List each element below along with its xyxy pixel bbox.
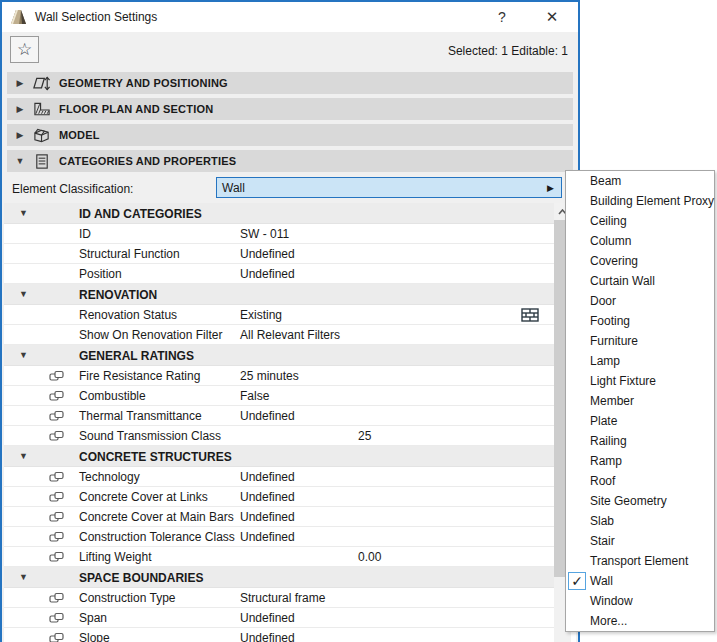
property-row[interactable]: Thermal TransmittanceUndefined bbox=[4, 406, 554, 426]
flyout-item-covering[interactable]: Covering bbox=[566, 251, 714, 271]
property-row[interactable]: Fire Resistance Rating25 minutes bbox=[4, 366, 554, 386]
property-value[interactable]: Undefined bbox=[240, 611, 295, 625]
flyout-item-label: Plate bbox=[590, 414, 617, 428]
property-value[interactable]: Undefined bbox=[240, 267, 295, 281]
property-name: Concrete Cover at Links bbox=[79, 490, 208, 504]
wall-tool-icon bbox=[10, 9, 27, 25]
section-bar-floor-plan-and-section[interactable]: ▶FLOOR PLAN AND SECTION bbox=[7, 98, 573, 120]
property-row[interactable]: Structural FunctionUndefined bbox=[4, 244, 554, 264]
property-value[interactable]: Undefined bbox=[240, 510, 295, 524]
property-row[interactable]: TechnologyUndefined bbox=[4, 467, 554, 487]
property-group-row[interactable]: ▼ID AND CATEGORIES bbox=[4, 203, 554, 224]
property-value[interactable]: 0.00 bbox=[358, 550, 381, 564]
model-icon bbox=[33, 126, 51, 144]
property-value[interactable]: Existing bbox=[240, 308, 282, 322]
property-name: Position bbox=[79, 267, 122, 281]
flyout-item-railing[interactable]: Railing bbox=[566, 431, 714, 451]
property-value[interactable]: 25 bbox=[358, 429, 371, 443]
element-classification-dropdown[interactable]: Wall ▶ bbox=[216, 177, 562, 198]
property-row[interactable]: Show On Renovation FilterAll Relevant Fi… bbox=[4, 325, 554, 345]
property-row[interactable]: SlopeUndefined bbox=[4, 628, 554, 642]
property-value[interactable]: Undefined bbox=[240, 409, 295, 423]
property-row[interactable]: Concrete Cover at LinksUndefined bbox=[4, 487, 554, 507]
property-row[interactable]: Construction Tolerance ClassUndefined bbox=[4, 527, 554, 547]
property-name: Structural Function bbox=[79, 247, 180, 261]
favorites-button[interactable]: ☆ bbox=[10, 36, 39, 63]
property-row[interactable]: PositionUndefined bbox=[4, 264, 554, 284]
flyout-item-label: Ramp bbox=[590, 454, 622, 468]
property-name: RENOVATION bbox=[79, 288, 157, 302]
property-row[interactable]: Sound Transmission Class25 bbox=[4, 426, 554, 446]
top-strip: ☆ Selected: 1 Editable: 1 bbox=[2, 32, 578, 72]
flyout-item-stair[interactable]: Stair bbox=[566, 531, 714, 551]
property-value[interactable]: False bbox=[240, 389, 269, 403]
property-value[interactable]: SW - 011 bbox=[240, 227, 289, 241]
section-bar-categories-and-properties[interactable]: ▼CATEGORIES AND PROPERTIES bbox=[7, 150, 573, 172]
flyout-item-beam[interactable]: Beam bbox=[566, 171, 714, 191]
property-name: Slope bbox=[79, 631, 110, 642]
flyout-item-site-geometry[interactable]: Site Geometry bbox=[566, 491, 714, 511]
property-name: SPACE BOUNDARIES bbox=[79, 571, 203, 585]
flyout-item-member[interactable]: Member bbox=[566, 391, 714, 411]
link-icon bbox=[49, 471, 64, 483]
title-bar[interactable]: Wall Selection Settings ? ✕ bbox=[2, 2, 578, 32]
property-value[interactable]: Undefined bbox=[240, 530, 295, 544]
flyout-item-label: Footing bbox=[590, 314, 630, 328]
property-value[interactable]: Undefined bbox=[240, 247, 295, 261]
property-row[interactable]: Renovation StatusExisting bbox=[4, 305, 554, 325]
property-value[interactable]: 25 minutes bbox=[240, 369, 299, 383]
chevron-down-icon[interactable]: ▼ bbox=[19, 350, 28, 360]
property-name: Lifting Weight bbox=[79, 550, 152, 564]
flyout-item-door[interactable]: Door bbox=[566, 291, 714, 311]
close-button[interactable]: ✕ bbox=[532, 2, 572, 32]
flyout-item-label: Transport Element bbox=[590, 554, 688, 568]
property-name: Combustible bbox=[79, 389, 146, 403]
property-row[interactable]: Lifting Weight0.00 bbox=[4, 547, 554, 567]
flyout-item-ramp[interactable]: Ramp bbox=[566, 451, 714, 471]
property-group-row[interactable]: ▼SPACE BOUNDARIES bbox=[4, 567, 554, 588]
flyout-item-lamp[interactable]: Lamp bbox=[566, 351, 714, 371]
property-row[interactable]: CombustibleFalse bbox=[4, 386, 554, 406]
property-value[interactable]: Undefined bbox=[240, 470, 295, 484]
flyout-item-wall[interactable]: ✓Wall bbox=[566, 571, 714, 591]
flyout-item-window[interactable]: Window bbox=[566, 591, 714, 611]
property-row[interactable]: SpanUndefined bbox=[4, 608, 554, 628]
flyout-item-more-[interactable]: More... bbox=[566, 611, 714, 631]
property-group-row[interactable]: ▼RENOVATION bbox=[4, 284, 554, 305]
flyout-item-roof[interactable]: Roof bbox=[566, 471, 714, 491]
property-group-row[interactable]: ▼GENERAL RATINGS bbox=[4, 345, 554, 366]
property-name: Span bbox=[79, 611, 107, 625]
chevron-down-icon[interactable]: ▼ bbox=[19, 289, 28, 299]
property-value[interactable]: Undefined bbox=[240, 490, 295, 504]
section-bar-geometry-and-positioning[interactable]: ▶GEOMETRY AND POSITIONING bbox=[7, 72, 573, 94]
flyout-item-building-element-proxy[interactable]: Building Element Proxy bbox=[566, 191, 714, 211]
property-row[interactable]: Construction TypeStructural frame bbox=[4, 588, 554, 608]
flyout-item-plate[interactable]: Plate bbox=[566, 411, 714, 431]
chevron-down-icon[interactable]: ▼ bbox=[19, 572, 28, 582]
section-bar-model[interactable]: ▶MODEL bbox=[7, 124, 573, 146]
flyout-item-column[interactable]: Column bbox=[566, 231, 714, 251]
property-value[interactable]: Structural frame bbox=[240, 591, 325, 605]
chevron-down-icon[interactable]: ▼ bbox=[19, 451, 28, 461]
property-row[interactable]: IDSW - 011 bbox=[4, 224, 554, 244]
brick-wall-icon[interactable] bbox=[521, 307, 539, 323]
chevron-down-icon[interactable]: ▼ bbox=[19, 208, 28, 218]
flyout-item-label: Lamp bbox=[590, 354, 620, 368]
flyout-item-slab[interactable]: Slab bbox=[566, 511, 714, 531]
flyout-item-transport-element[interactable]: Transport Element bbox=[566, 551, 714, 571]
element-classification-row: Element Classification: Wall ▶ bbox=[2, 176, 578, 205]
flyout-item-furniture[interactable]: Furniture bbox=[566, 331, 714, 351]
help-button[interactable]: ? bbox=[482, 2, 522, 32]
flyout-item-footing[interactable]: Footing bbox=[566, 311, 714, 331]
property-group-row[interactable]: ▼CONCRETE STRUCTURES bbox=[4, 446, 554, 467]
property-value[interactable]: All Relevant Filters bbox=[240, 328, 340, 342]
flyout-item-curtain-wall[interactable]: Curtain Wall bbox=[566, 271, 714, 291]
property-row[interactable]: Concrete Cover at Main BarsUndefined bbox=[4, 507, 554, 527]
geometry-positioning-icon bbox=[33, 74, 51, 92]
screen: Wall Selection Settings ? ✕ ☆ Selected: … bbox=[0, 0, 717, 642]
flyout-item-ceiling[interactable]: Ceiling bbox=[566, 211, 714, 231]
flyout-item-light-fixture[interactable]: Light Fixture bbox=[566, 371, 714, 391]
flyout-item-label: Covering bbox=[590, 254, 638, 268]
property-value[interactable]: Undefined bbox=[240, 631, 295, 642]
property-name: Thermal Transmittance bbox=[79, 409, 202, 423]
